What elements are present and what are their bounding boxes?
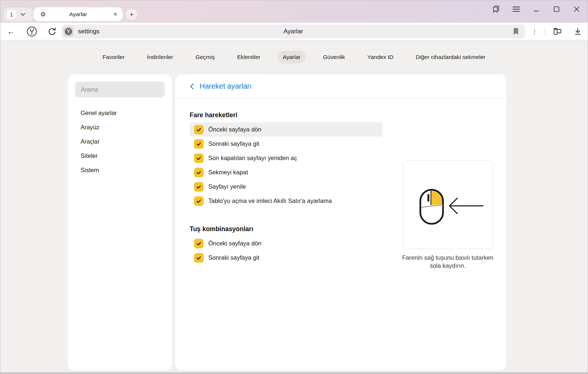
back-to-settings-button[interactable]: Hareket ayarları xyxy=(175,74,506,99)
gesture-illustration xyxy=(403,160,493,249)
chevron-left-icon xyxy=(190,83,194,90)
checkbox-checked[interactable] xyxy=(194,139,204,149)
tab-guvenlik[interactable]: Güvenlik xyxy=(318,51,350,63)
checkbox-checked[interactable] xyxy=(194,239,204,248)
checkmark-icon xyxy=(196,155,202,161)
gesture-row[interactable]: Önceki sayfaya dön xyxy=(190,236,383,251)
checkmark-icon xyxy=(196,170,202,175)
chevron-down-icon[interactable] xyxy=(21,13,25,16)
checkbox-checked[interactable] xyxy=(194,196,204,206)
checkbox-checked[interactable] xyxy=(194,182,204,192)
settings-sidebar: Genel ayarlar Arayüz Araçlar Siteler Sis… xyxy=(68,74,172,370)
sidebar-item-sistem[interactable]: Sistem xyxy=(68,163,172,177)
menu-icon[interactable] xyxy=(512,5,521,14)
mouse-swipe-left-icon xyxy=(403,160,492,249)
toolbar-divider xyxy=(544,27,544,36)
gesture-row[interactable]: Son kapatılan sayfayı yeniden aç xyxy=(190,151,383,165)
gesture-row[interactable]: Sonraki sayfaya git xyxy=(190,251,383,265)
tab-indirilenler[interactable]: İndirilenler xyxy=(142,51,178,63)
checkmark-icon xyxy=(196,198,202,204)
kebab-menu-icon[interactable]: ⋮ xyxy=(529,23,540,40)
close-tab-icon[interactable]: ✕ xyxy=(113,11,118,17)
tab-favoriler[interactable]: Favoriler xyxy=(97,51,130,63)
address-bar[interactable]: Y settings Ayarlar xyxy=(62,25,525,38)
checkmark-icon xyxy=(196,141,202,147)
gesture-row[interactable]: Sekmeyi kapat xyxy=(190,165,383,179)
sidebar-item-siteler[interactable]: Siteler xyxy=(68,149,172,163)
bookmark-icon[interactable] xyxy=(513,28,519,37)
collections-icon[interactable] xyxy=(551,23,564,40)
window-bottom-edge xyxy=(0,372,588,374)
sidebar-item-araclar[interactable]: Araçlar xyxy=(68,134,172,149)
gesture-row[interactable]: Önceki sayfaya dön xyxy=(190,122,383,137)
settings-nav: Favoriler İndirilenler Geçmiş Eklentiler… xyxy=(0,51,588,63)
checkbox-checked[interactable] xyxy=(194,153,204,163)
gesture-settings-panel: Hareket ayarları Fare hareketleri Önceki… xyxy=(175,74,506,370)
checkbox-checked[interactable] xyxy=(194,125,204,134)
tab-title: Ayarlar xyxy=(34,11,123,18)
settings-page: Favoriler İndirilenler Geçmiş Eklentiler… xyxy=(0,41,588,372)
sidebar-item-arayuz[interactable]: Arayüz xyxy=(68,120,172,134)
search-input[interactable] xyxy=(75,82,165,97)
titlebar: 1 ⚙ Ayarlar ✕ + xyxy=(0,0,588,23)
checkbox-checked[interactable] xyxy=(194,168,204,177)
panel-title: Hareket ayarları xyxy=(200,82,252,90)
tab-yandex-id[interactable]: Yandex ID xyxy=(362,51,398,63)
checkbox-checked[interactable] xyxy=(194,253,204,263)
close-window-icon[interactable] xyxy=(572,5,581,14)
illustration-caption: Farenin sağ tuşunu basılı tutarken sola … xyxy=(398,253,498,270)
gesture-row[interactable]: Tablo'yu açma ve imleci Akıllı Satır'a a… xyxy=(190,194,383,208)
tab-eklentiler[interactable]: Eklentiler xyxy=(232,51,265,63)
bookmarks-panel-icon[interactable] xyxy=(492,5,500,14)
tab-gecmis[interactable]: Geçmiş xyxy=(190,51,220,63)
back-button[interactable]: ← xyxy=(4,23,18,40)
toolbar: ← Y settings Ayarlar ⋮ xyxy=(0,23,588,40)
tab-counter-button[interactable]: 1 xyxy=(4,8,33,21)
section-heading-mouse-gestures: Fare hareketleri xyxy=(190,111,492,119)
checkmark-icon xyxy=(196,241,202,247)
gesture-row[interactable]: Sonraki sayfaya git xyxy=(190,137,383,151)
checkmark-icon xyxy=(196,184,202,190)
download-icon[interactable] xyxy=(571,23,584,40)
checkmark-icon xyxy=(196,127,202,133)
maximize-icon[interactable] xyxy=(552,5,561,14)
gesture-row[interactable]: Sayfayı yenile xyxy=(190,179,383,194)
tab-ayarlar[interactable]: Ayarlar xyxy=(278,51,306,63)
checkmark-icon xyxy=(196,255,202,261)
sidebar-item-genel-ayarlar[interactable]: Genel ayarlar xyxy=(68,106,172,120)
active-tab[interactable]: ⚙ Ayarlar ✕ xyxy=(34,7,123,21)
new-tab-button[interactable]: + xyxy=(126,9,137,20)
yandex-home-icon[interactable] xyxy=(25,23,38,40)
minimize-icon[interactable] xyxy=(532,5,541,14)
address-bar-page-title: Ayarlar xyxy=(62,28,525,35)
tab-diger-cihazlar[interactable]: Diğer cihazlardaki sekmeler xyxy=(411,51,491,63)
tab-count[interactable]: 1 xyxy=(7,10,16,19)
reload-icon[interactable] xyxy=(45,23,59,40)
